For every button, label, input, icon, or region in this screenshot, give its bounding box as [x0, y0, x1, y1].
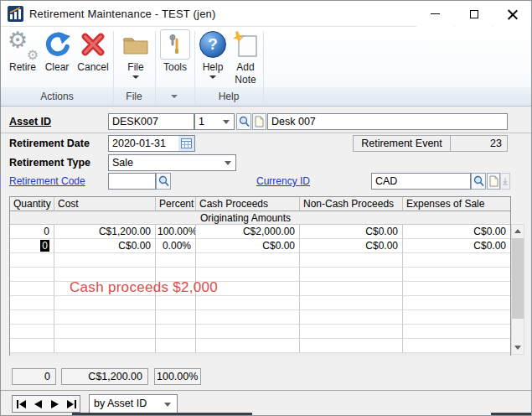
divider [1, 390, 532, 391]
col-header-cost: Cost [54, 197, 156, 211]
scroll-down-icon [514, 346, 521, 350]
table-filler [10, 353, 510, 356]
annotation-cash-proceeds: Cash proceeds $2,000 [70, 279, 218, 296]
last-record-button[interactable] [63, 396, 80, 412]
table-row-empty[interactable] [10, 296, 510, 310]
cancel-button[interactable]: Cancel [74, 29, 112, 87]
asset-description-field[interactable]: Desk 007 [267, 113, 508, 130]
divider [1, 133, 532, 133]
table-row-empty[interactable] [10, 325, 510, 339]
col-header-expenses-of-sale: Expenses of Sale [403, 197, 510, 211]
retirement-code-link[interactable]: Retirement Code [9, 175, 85, 187]
ribbon-separator [194, 31, 195, 105]
calendar-button[interactable] [178, 136, 194, 151]
first-record-button[interactable] [13, 396, 29, 412]
scrollbar-thumb[interactable] [512, 238, 524, 319]
col-header-noncash-proceeds: Non-Cash Proceeds [300, 197, 403, 211]
asset-id-lookup-button[interactable] [236, 113, 251, 130]
calendar-icon [181, 138, 192, 148]
expansion-arrow-icon [502, 176, 509, 186]
close-button[interactable] [493, 1, 531, 27]
maximize-button[interactable] [455, 1, 493, 27]
chevron-down-icon [225, 161, 231, 165]
note-page-icon [489, 175, 498, 187]
currency-expansion-button-disabled [500, 173, 510, 190]
file-dropdown-icon [132, 75, 139, 79]
previous-record-button[interactable] [29, 396, 46, 412]
table-row[interactable]: 0 C$1,200.00 100.00% C$2,000.00 C$0.00 C… [10, 225, 510, 239]
retirement-type-label: Retirement Type [9, 157, 90, 169]
currency-lookup-button[interactable] [471, 173, 486, 190]
currency-id-link[interactable]: Currency ID [256, 175, 310, 187]
cell-cash-proceeds[interactable]: C$2,000.00 [196, 225, 300, 239]
next-record-button[interactable] [46, 396, 63, 412]
minimize-button[interactable] [416, 1, 454, 27]
cell-noncash-proceeds[interactable]: C$0.00 [300, 239, 403, 253]
add-note-icon [232, 30, 259, 59]
title-bar: Retirement Maintenance - TEST (jen) [1, 1, 531, 27]
tools-button[interactable]: Tools [158, 29, 192, 87]
tools-group-chevron-icon[interactable] [171, 95, 178, 98]
asset-note-button[interactable] [252, 113, 266, 130]
cell-cost[interactable]: C$1,200.00 [54, 225, 156, 239]
total-percent: 100.00% [154, 368, 201, 385]
table-header-row: Quantity Cost Percent Cash Proceeds Non-… [10, 197, 510, 211]
col-header-quantity: Quantity [10, 197, 54, 211]
help-icon: ? [199, 31, 226, 58]
scroll-down-button[interactable] [512, 341, 524, 354]
cell-cash-proceeds[interactable]: C$0.00 [196, 239, 300, 253]
help-menu-button[interactable]: ? Help [197, 29, 229, 87]
table-row-empty[interactable] [10, 339, 510, 353]
retirement-date-label: Retirement Date [9, 138, 90, 149]
retire-button[interactable]: ⚙⚙ Retire [5, 29, 40, 87]
retirement-type-select[interactable]: Sale [108, 154, 236, 171]
col-header-cash-proceeds: Cash Proceeds [196, 197, 300, 211]
cell-cost[interactable]: C$0.00 [54, 239, 156, 253]
cell-noncash-proceeds[interactable]: C$0.00 [300, 225, 403, 239]
help-dropdown-icon [209, 75, 216, 79]
scroll-up-button[interactable] [512, 225, 524, 237]
clear-button[interactable]: Clear [41, 29, 73, 87]
last-record-icon [67, 400, 76, 408]
scroll-up-icon [514, 229, 521, 233]
cell-expenses[interactable]: C$0.00 [403, 239, 510, 253]
table-scrollbar[interactable] [511, 224, 524, 355]
cell-expenses[interactable]: C$0.00 [403, 225, 510, 239]
table-row-empty[interactable] [10, 310, 510, 325]
chevron-down-icon [223, 120, 230, 124]
group-label-help: Help [194, 91, 263, 102]
cell-quantity[interactable]: 0 [10, 225, 54, 239]
gears-icon: ⚙⚙ [7, 29, 39, 60]
maximize-icon [470, 10, 478, 18]
retirement-code-input[interactable] [108, 173, 156, 190]
first-record-icon [17, 400, 26, 408]
asset-id-input[interactable]: DESK007 [108, 113, 194, 130]
cell-percent[interactable]: 100.00% [156, 225, 196, 239]
app-icon [8, 6, 23, 22]
retirement-code-lookup-button[interactable] [156, 173, 171, 190]
currency-id-input[interactable]: CAD [371, 173, 471, 190]
originating-amounts-subheader: Originating Amounts [10, 211, 510, 225]
magnifier-icon [239, 116, 250, 127]
currency-note-button[interactable] [487, 173, 500, 190]
asset-suffix-combo[interactable]: 1 [194, 113, 235, 130]
magnifier-icon [473, 175, 484, 187]
background-artifact [72, 413, 252, 415]
tools-frame [160, 29, 190, 60]
retirement-event-label: Retirement Event [353, 135, 451, 152]
window-title: Retirement Maintenance - TEST (jen) [29, 8, 216, 20]
previous-record-icon [34, 400, 42, 408]
file-menu-button[interactable]: File [119, 29, 152, 87]
magnifier-icon [158, 175, 169, 187]
cell-percent[interactable]: 0.00% [156, 239, 196, 253]
tools-icon [166, 34, 184, 55]
undo-arrow-icon [44, 31, 70, 58]
sort-by-dropdown[interactable]: by Asset ID [89, 394, 178, 413]
cell-quantity-focused[interactable]: 0 [10, 239, 54, 253]
red-x-icon [80, 31, 106, 58]
add-note-button[interactable]: Add Note [229, 29, 262, 87]
retirement-maintenance-window: Retirement Maintenance - TEST (jen) Acti… [0, 0, 532, 416]
retirement-event-value: 23 [450, 135, 508, 152]
table-row-empty[interactable] [10, 253, 510, 268]
table-row[interactable]: 0 C$0.00 0.00% C$0.00 C$0.00 C$0.00 [10, 239, 510, 253]
